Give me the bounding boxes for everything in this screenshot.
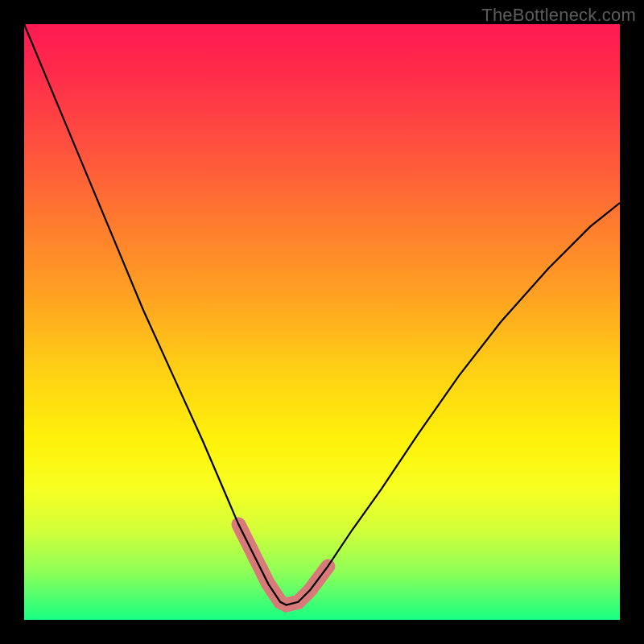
highlight-segment	[238, 525, 328, 605]
bottleneck-curve	[24, 24, 620, 605]
curve-layer	[24, 24, 620, 620]
plot-area	[24, 24, 620, 620]
watermark-text: TheBottleneck.com	[481, 5, 636, 26]
chart-frame: TheBottleneck.com	[0, 0, 644, 644]
